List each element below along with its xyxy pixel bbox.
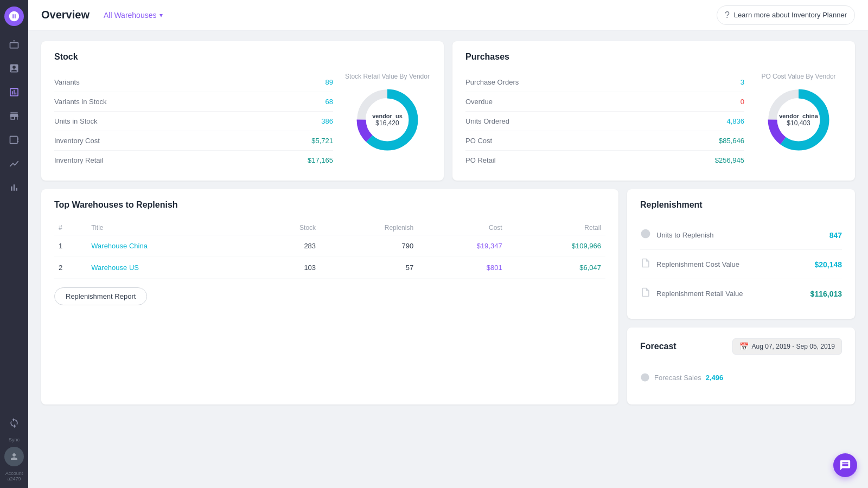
col-cost-header: Cost — [418, 221, 507, 235]
header-left: Overview All Warehouses ▾ — [41, 8, 168, 23]
bottom-row: Top Warehouses to Replenish # Title Stoc… — [41, 189, 855, 404]
po-label: Purchase Orders — [465, 78, 519, 86]
forecast-date-button[interactable]: 📅 Aug 07, 2019 - Sep 05, 2019 — [732, 338, 842, 355]
help-text: Learn more about Inventory Planner — [734, 11, 847, 19]
inventory-retail-value: $17,165 — [308, 156, 333, 164]
po-retail-value: $256,945 — [715, 156, 744, 164]
units-to-replenish-row: Units to Replenish 847 — [640, 221, 842, 250]
overdue-value: 0 — [741, 98, 744, 106]
units-replenish-label: Units to Replenish — [656, 231, 714, 239]
inventory-cost-label: Inventory Cost — [54, 137, 100, 145]
sidebar-item-sync[interactable] — [4, 413, 24, 433]
sidebar-item-products[interactable] — [4, 106, 24, 126]
overdue-row: Overdue 0 — [465, 92, 744, 112]
purchases-inner: Purchase Orders 3 Overdue 0 Units Ordere… — [465, 73, 842, 170]
overdue-label: Overdue — [465, 98, 493, 106]
col-replenish-header: Replenish — [320, 221, 418, 235]
purchases-metrics: Purchase Orders 3 Overdue 0 Units Ordere… — [465, 73, 744, 170]
col-num-header: # — [54, 221, 87, 235]
replenish-cost-label: Replenishment Cost Value — [656, 260, 739, 268]
purchases-donut: vendor_china $10,403 — [763, 85, 834, 155]
inventory-retail-row: Inventory Retail $17,165 — [54, 151, 333, 170]
variants-row: Variants 89 — [54, 73, 333, 92]
replenishment-title: Replenishment — [640, 200, 842, 210]
account-label: Account a2479 — [0, 471, 28, 481]
warehouse-selector[interactable]: All Warehouses ▾ — [98, 8, 169, 23]
units-replenish-left: Units to Replenish — [640, 228, 714, 242]
row1-num: 1 — [54, 235, 87, 257]
units-replenish-value: 847 — [829, 231, 842, 240]
po-row: Purchase Orders 3 — [465, 73, 744, 92]
replenish-cost-row: Replenishment Cost Value $20,148 — [640, 250, 842, 279]
purchases-card: Purchases Purchase Orders 3 Overdue 0 Un… — [452, 41, 855, 181]
row1-replenish: 790 — [320, 235, 418, 257]
sidebar-item-warehouses[interactable] — [4, 130, 24, 150]
top-warehouses-card: Top Warehouses to Replenish # Title Stoc… — [41, 189, 618, 404]
replenish-retail-left: Replenishment Retail Value — [640, 287, 743, 300]
units-ordered-value: 4,836 — [726, 117, 744, 125]
col-stock-header: Stock — [256, 221, 320, 235]
sidebar-item-inventory[interactable] — [4, 35, 24, 54]
warehouse-label: All Warehouses — [104, 11, 157, 20]
replenish-cost-value: $20,148 — [814, 260, 842, 269]
table-row: 2 Warehouse US 103 57 $801 $6,047 — [54, 257, 605, 279]
chat-button[interactable] — [833, 453, 857, 477]
stock-metrics: Variants 89 Variants in Stock 68 Units i… — [54, 73, 333, 170]
stock-inner: Variants 89 Variants in Stock 68 Units i… — [54, 73, 431, 170]
stock-title: Stock — [54, 52, 431, 62]
row2-title[interactable]: Warehouse US — [87, 257, 255, 279]
po-retail-label: PO Retail — [465, 156, 496, 164]
retail-doc-icon — [640, 287, 651, 300]
po-cost-value: $85,646 — [719, 137, 744, 145]
table-row: 1 Warehouse China 283 790 $19,347 $109,9… — [54, 235, 605, 257]
row2-num: 2 — [54, 257, 87, 279]
calendar-icon: 📅 — [739, 342, 749, 351]
units-in-stock-value: 386 — [321, 117, 333, 125]
col-title-header: Title — [87, 221, 255, 235]
units-ordered-row: Units Ordered 4,836 — [465, 112, 744, 131]
top-warehouses-title: Top Warehouses to Replenish — [54, 200, 605, 210]
sidebar-item-reports[interactable] — [4, 82, 24, 102]
replenish-retail-value: $116,013 — [810, 290, 842, 298]
help-icon: ? — [725, 10, 730, 20]
forecast-loading: Forecast Sales 2,496 — [640, 361, 842, 394]
app-logo[interactable] — [4, 7, 24, 26]
sidebar-item-charts[interactable] — [4, 178, 24, 197]
variants-in-stock-row: Variants in Stock 68 — [54, 92, 333, 112]
purchases-donut-title: PO Cost Value By Vendor — [761, 73, 835, 80]
content-area: Stock Variants 89 Variants in Stock 68 U… — [28, 30, 868, 488]
purchases-title: Purchases — [465, 52, 842, 62]
units-in-stock-row: Units in Stock 386 — [54, 112, 333, 131]
forecast-value: 2,496 — [706, 374, 724, 382]
replenishment-report-button[interactable]: Replenishment Report — [54, 287, 147, 305]
purchases-donut-section: PO Cost Value By Vendor vendor_china $10… — [755, 73, 842, 170]
variants-label: Variants — [54, 78, 80, 86]
replenish-cost-left: Replenishment Cost Value — [640, 258, 739, 271]
replenish-retail-row: Replenishment Retail Value $116,013 — [640, 279, 842, 308]
sidebar-item-orders[interactable] — [4, 59, 24, 78]
po-cost-label: PO Cost — [465, 137, 492, 145]
forecast-date-label: Aug 07, 2019 - Sep 05, 2019 — [752, 343, 835, 350]
top-cards-row: Stock Variants 89 Variants in Stock 68 U… — [41, 41, 855, 181]
sidebar-item-analytics[interactable] — [4, 154, 24, 174]
stock-donut: vendor_us $16,420 — [352, 85, 423, 155]
row2-cost: $801 — [418, 257, 507, 279]
stock-card: Stock Variants 89 Variants in Stock 68 U… — [41, 41, 444, 181]
po-retail-row: PO Retail $256,945 — [465, 151, 744, 170]
help-button[interactable]: ? Learn more about Inventory Planner — [717, 5, 855, 25]
units-in-stock-label: Units in Stock — [54, 117, 97, 125]
page-title: Overview — [41, 9, 90, 21]
row1-stock: 283 — [256, 235, 320, 257]
account-avatar[interactable] — [4, 447, 24, 466]
row1-title[interactable]: Warehouse China — [87, 235, 255, 257]
forecast-title: Forecast — [640, 342, 676, 351]
row1-cost: $19,347 — [418, 235, 507, 257]
variants-value: 89 — [326, 78, 333, 86]
row1-retail: $109,966 — [507, 235, 605, 257]
cost-doc-icon — [640, 258, 651, 271]
stock-donut-title: Stock Retail Value By Vendor — [345, 73, 430, 80]
forecast-card: Forecast 📅 Aug 07, 2019 - Sep 05, 2019 F… — [627, 328, 855, 404]
clock-icon — [640, 228, 651, 242]
po-value: 3 — [741, 78, 744, 86]
warehouses-table: # Title Stock Replenish Cost Retail 1 Wa… — [54, 221, 605, 279]
